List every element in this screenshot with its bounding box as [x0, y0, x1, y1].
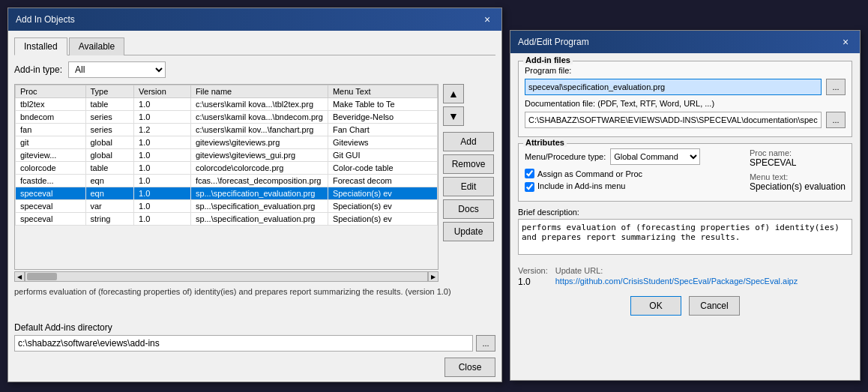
program-file-row: Program file:: [525, 66, 846, 75]
table-row[interactable]: fcastde... eqn 1.0 fcas...\forecast_deco…: [16, 175, 438, 187]
version-col: Version: 1.0: [518, 266, 548, 287]
horizontal-scrollbar-row: ◀ ▶: [14, 271, 438, 282]
menu-text-group: Menu text: Speciation(s) evaluation: [750, 172, 846, 192]
add-in-dialog-close-button[interactable]: ×: [480, 13, 494, 26]
url-label: Update URL:: [555, 266, 852, 275]
doc-file-label-row: Documentation file: (PDF, Text, RTF, Wor…: [525, 99, 846, 108]
menu-proc-type-row: Menu/Procedure type: Global Command Tabl…: [525, 148, 742, 165]
ok-button[interactable]: OK: [630, 296, 681, 316]
include-checkbox-label: Include in Add-ins menu: [537, 181, 625, 190]
col-menutext: Menu Text: [328, 85, 437, 98]
program-file-input-row: ...: [525, 79, 846, 95]
move-up-button[interactable]: ▲: [443, 84, 464, 103]
brief-desc-label: Brief description:: [518, 208, 852, 217]
url-value: https://github.com/CrisisStudent/SpecEva…: [555, 277, 852, 286]
addin-type-select[interactable]: All Table Series Global EQN VAR String: [68, 61, 166, 78]
col-filename: File name: [190, 85, 328, 98]
table-scroll[interactable]: Proc Type Version File name Menu Text tb…: [14, 84, 438, 270]
brief-desc-section: Brief description: performs evaluation o…: [518, 208, 852, 262]
doc-file-input-row: ...: [525, 112, 846, 128]
close-button[interactable]: Close: [444, 358, 495, 377]
h-scrollbar-thumb: [27, 273, 57, 280]
table-row[interactable]: bndecom series 1.0 c:\users\kamil kova..…: [16, 111, 438, 124]
assign-checkbox-row: Assign as Command or Proc: [525, 169, 742, 178]
dir-input-row: ...: [14, 335, 495, 352]
add-in-dialog-content: Installed Available Add-in type: All Tab…: [8, 31, 501, 383]
menu-text-label: Menu text:: [750, 172, 846, 181]
table-row[interactable]: giteview... global 1.0 giteviews\gitevie…: [16, 149, 438, 162]
menu-proc-type-area: Menu/Procedure type: Global Command Tabl…: [525, 148, 846, 192]
add-in-objects-dialog: Add In Objects × Installed Available Add…: [7, 7, 502, 382]
proc-menu-right-col: Proc name: SPECEVAL Menu text: Speciatio…: [750, 148, 846, 192]
doc-file-browse-button[interactable]: ...: [826, 112, 846, 128]
doc-file-input[interactable]: [525, 112, 822, 128]
proc-name-value: SPECEVAL: [750, 157, 846, 168]
edit-dialog-content: Add-in files Program file: ... Documenta…: [510, 53, 860, 382]
table-row[interactable]: fan series 1.2 c:\users\kamil kov...\fan…: [16, 124, 438, 136]
ok-cancel-row: OK Cancel: [518, 296, 852, 316]
default-dir-label: Default Add-ins directory: [14, 322, 495, 333]
action-buttons: ▲ ▼ Add Remove Edit Docs Update: [443, 84, 495, 282]
url-col: Update URL: https://github.com/CrisisStu…: [555, 266, 852, 286]
col-version: Version: [134, 85, 191, 98]
add-in-dialog-title: Add In Objects: [16, 14, 75, 25]
add-button[interactable]: Add: [443, 132, 494, 151]
scroll-right-arrow[interactable]: ▶: [428, 271, 438, 282]
add-edit-program-dialog: Add/Edit Program × Add-in files Program …: [510, 30, 861, 381]
table-row[interactable]: speceval string 1.0 sp...\specification_…: [16, 213, 438, 226]
version-value: 1.0: [518, 277, 548, 287]
attributes-group-title: Attributes: [523, 138, 567, 147]
addin-type-row: Add-in type: All Table Series Global EQN…: [14, 61, 495, 78]
table-row[interactable]: speceval var 1.0 sp...\specification_eva…: [16, 200, 438, 213]
scroll-left-arrow[interactable]: ◀: [14, 271, 25, 282]
version-url-row: Version: 1.0 Update URL: https://github.…: [518, 266, 852, 287]
edit-button[interactable]: Edit: [443, 177, 494, 196]
table-row-selected[interactable]: speceval eqn 1.0 sp...\specification_eva…: [16, 187, 438, 200]
menu-text-value: Speciation(s) evaluation: [750, 181, 846, 192]
move-down-button[interactable]: ▼: [443, 106, 464, 126]
docs-button[interactable]: Docs: [443, 199, 494, 219]
version-label: Version:: [518, 266, 548, 275]
include-checkbox[interactable]: [525, 182, 534, 192]
menu-proc-type-select[interactable]: Global Command Table Series EQN VAR: [610, 148, 700, 165]
table-row[interactable]: tbl2tex table 1.0 c:\users\kamil kova...…: [16, 98, 438, 111]
description-area: performs evaluation of (forecasting prop…: [14, 286, 495, 316]
default-dir-section: Default Add-ins directory ...: [14, 322, 495, 352]
table-row[interactable]: git global 1.0 giteviews\giteviews.prg G…: [16, 136, 438, 149]
add-in-dialog-titlebar: Add In Objects ×: [8, 8, 501, 31]
assign-checkbox-label: Assign as Command or Proc: [537, 169, 642, 178]
update-button[interactable]: Update: [443, 222, 494, 241]
tab-bar: Installed Available: [14, 37, 495, 55]
brief-desc-textarea[interactable]: performs evaluation of (forecasting prop…: [518, 219, 852, 255]
description-text: performs evaluation of (forecasting prop…: [14, 287, 451, 296]
tab-installed[interactable]: Installed: [14, 37, 67, 55]
program-file-input[interactable]: [525, 79, 822, 95]
default-dir-input[interactable]: [14, 335, 473, 352]
cancel-button[interactable]: Cancel: [689, 296, 740, 316]
table-row[interactable]: colorcode table 1.0 colorcode\colorcode.…: [16, 162, 438, 175]
edit-dialog-titlebar: Add/Edit Program ×: [510, 31, 860, 53]
attributes-group: Attributes Menu/Procedure type: Global C…: [518, 143, 852, 202]
tab-available[interactable]: Available: [69, 37, 124, 55]
proc-name-label: Proc name:: [750, 148, 846, 157]
addin-files-group: Add-in files Program file: ... Documenta…: [518, 61, 852, 137]
main-area: Proc Type Version File name Menu Text tb…: [14, 84, 495, 282]
bottom-bar: Close: [14, 358, 495, 377]
addins-table: Proc Type Version File name Menu Text tb…: [15, 85, 438, 226]
addin-type-label: Add-in type:: [14, 64, 62, 75]
edit-dialog-close-button[interactable]: ×: [839, 35, 852, 49]
doc-file-label: Documentation file: (PDF, Text, RTF, Wor…: [525, 99, 714, 108]
dir-browse-button[interactable]: ...: [476, 335, 495, 352]
edit-dialog-title: Add/Edit Program: [518, 37, 589, 47]
program-file-label: Program file:: [525, 66, 571, 75]
menu-proc-type-col: Menu/Procedure type: Global Command Tabl…: [525, 148, 742, 192]
col-type: Type: [85, 85, 134, 98]
h-scrollbar[interactable]: [25, 271, 428, 282]
menu-proc-type-label: Menu/Procedure type:: [525, 152, 606, 161]
remove-button[interactable]: Remove: [443, 154, 494, 174]
program-file-browse-button[interactable]: ...: [826, 79, 846, 95]
include-checkbox-row: Include in Add-ins menu: [525, 181, 742, 192]
addin-files-group-title: Add-in files: [523, 55, 573, 64]
assign-checkbox[interactable]: [525, 169, 534, 178]
col-proc: Proc: [16, 85, 86, 98]
